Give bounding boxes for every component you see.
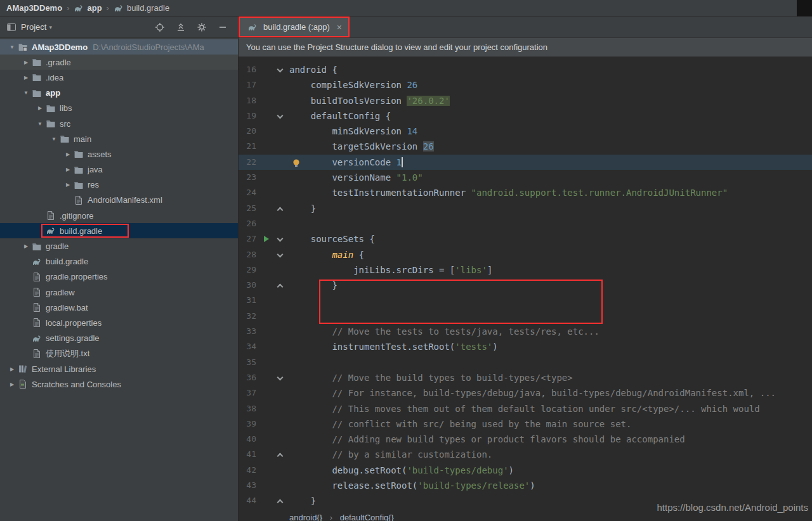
tree-item[interactable]: ▶gradle (0, 238, 238, 254)
tree-item-label[interactable]: gradlew.bat (46, 303, 88, 312)
code-line[interactable]: 28 main { (239, 247, 812, 262)
code-line[interactable]: 40 // Adding new build types or product … (239, 432, 812, 447)
gear-icon[interactable] (197, 22, 207, 32)
code-line[interactable]: 38 // This moves them out of them defaul… (239, 401, 812, 416)
chevron-expanded-icon[interactable]: ▼ (34, 121, 46, 127)
tree-item-label[interactable]: External Libraries (32, 364, 96, 374)
code-line[interactable]: 42 debug.setRoot('build-types/debug') (239, 463, 812, 478)
code-line[interactable]: 16android { (239, 62, 812, 77)
line-number[interactable]: 41 (239, 447, 256, 462)
line-number[interactable]: 27 (239, 231, 256, 247)
code-line[interactable]: 41 // by a similar customization. (239, 447, 812, 462)
editor-tab[interactable]: build.gradle (:app) × (239, 16, 350, 37)
tree-item-label[interactable]: AndroidManifest.xml (88, 195, 162, 205)
line-number[interactable]: 37 (239, 385, 256, 401)
chevron-collapsed-icon[interactable]: ▶ (20, 75, 32, 80)
fold-icon[interactable] (277, 284, 284, 290)
tree-item[interactable]: gradlew.bat (0, 300, 238, 315)
line-number[interactable]: 39 (239, 416, 256, 432)
tree-item-label[interactable]: .gitignore (60, 211, 93, 221)
tree-item[interactable]: settings.gradle (0, 331, 238, 346)
line-number[interactable]: 32 (239, 309, 256, 324)
tree-item[interactable]: 使用说明.txt (0, 346, 238, 361)
chevron-collapsed-icon[interactable]: ▶ (6, 382, 18, 387)
tree-item[interactable]: ▶assets (0, 146, 238, 162)
line-number[interactable]: 40 (239, 432, 256, 447)
chevron-expanded-icon[interactable]: ▼ (6, 44, 18, 50)
code-line[interactable]: 25 } (239, 201, 812, 216)
line-number[interactable]: 43 (239, 478, 256, 493)
line-number[interactable]: 28 (239, 247, 256, 262)
tree-item[interactable]: local.properties (0, 315, 238, 330)
tree-item[interactable]: build.gradle (0, 254, 238, 269)
code-line[interactable]: 18 buildToolsVersion '26.0.2' (239, 93, 812, 108)
tree-item-label[interactable]: .idea (46, 73, 63, 82)
tree-item-label[interactable]: assets (88, 150, 112, 159)
line-number[interactable]: 19 (239, 108, 256, 124)
code-line[interactable]: 33 // Move the tests to tests/java, test… (239, 324, 812, 339)
tree-item[interactable]: ▼app (0, 86, 238, 101)
chevron-expanded-icon[interactable]: ▼ (48, 136, 60, 142)
run-gutter-icon[interactable] (264, 236, 269, 242)
line-number[interactable]: 36 (239, 370, 256, 385)
breadcrumb-project[interactable]: AMap3DDemo (6, 3, 62, 13)
code-line[interactable]: 24 testInstrumentationRunner "android.su… (239, 185, 812, 200)
tree-item[interactable]: ▶Scratches and Consoles (0, 376, 238, 392)
tree-item[interactable]: gradle.properties (0, 269, 238, 285)
tree-item-label[interactable]: app (46, 88, 60, 98)
line-number[interactable]: 35 (239, 355, 256, 370)
code-line[interactable]: 21 targetSdkVersion 26 (239, 139, 812, 154)
line-number[interactable]: 29 (239, 262, 256, 278)
tree-item[interactable]: .gitignore (0, 208, 238, 223)
tree-item-label[interactable]: build.gradle (60, 226, 102, 236)
tree-item-label[interactable]: res (88, 180, 99, 190)
code-line[interactable]: 39 // conflict with src/ being used by t… (239, 416, 812, 432)
tree-item[interactable]: ▶libs (0, 101, 238, 116)
tree-item-label[interactable]: java (88, 165, 103, 174)
tree-item[interactable]: ▶.gradle (0, 55, 238, 70)
code-line[interactable]: 43 release.setRoot('build-types/release'… (239, 478, 812, 493)
fold-icon[interactable] (277, 499, 284, 506)
tree-item-label[interactable]: main (74, 134, 91, 144)
fold-icon[interactable] (277, 207, 284, 213)
line-number[interactable]: 26 (239, 216, 256, 231)
tree-item-label[interactable]: gradle (46, 241, 69, 251)
tree-item-label[interactable]: .gradle (46, 58, 71, 67)
breadcrumb-app[interactable]: app (87, 3, 102, 13)
line-number[interactable]: 18 (239, 93, 256, 108)
code-line[interactable]: 20 minSdkVersion 14 (239, 124, 812, 139)
tree-item[interactable]: ▶External Libraries (0, 361, 238, 376)
breadcrumb-android[interactable]: android{} (289, 513, 322, 521)
tree-item-label[interactable]: libs (60, 103, 72, 113)
tree-item[interactable]: ▼main (0, 131, 238, 146)
tree-item[interactable]: ▶.idea (0, 70, 238, 85)
code-line[interactable]: 36 // Move the build types to build-type… (239, 370, 812, 385)
line-number[interactable]: 25 (239, 201, 256, 216)
line-number[interactable]: 24 (239, 185, 256, 200)
tree-item-label[interactable]: local.properties (46, 318, 102, 328)
chevron-collapsed-icon[interactable]: ▶ (62, 167, 74, 172)
code-line[interactable]: 37 // For instance, build-types/debug/ja… (239, 385, 812, 401)
line-number[interactable]: 31 (239, 293, 256, 308)
line-number[interactable]: 23 (239, 170, 256, 185)
code-line[interactable]: 35 (239, 355, 812, 370)
fold-icon[interactable] (277, 236, 284, 242)
tree-item[interactable]: gradlew (0, 285, 238, 300)
breadcrumb-defaultconfig[interactable]: defaultConfig{} (340, 513, 394, 521)
chevron-down-icon[interactable]: ▾ (49, 24, 52, 30)
hide-panel-icon[interactable] (218, 22, 228, 32)
chevron-collapsed-icon[interactable]: ▶ (20, 243, 32, 249)
line-number[interactable]: 38 (239, 401, 256, 416)
fold-icon[interactable] (277, 251, 284, 257)
line-number[interactable]: 20 (239, 124, 256, 139)
close-icon[interactable]: × (337, 22, 342, 32)
line-number[interactable]: 30 (239, 278, 256, 293)
tree-item-label[interactable]: settings.gradle (46, 333, 100, 343)
code-line[interactable]: 34 instrumentTest.setRoot('tests') (239, 339, 812, 354)
line-number[interactable]: 42 (239, 463, 256, 478)
tree-item-label[interactable]: 使用说明.txt (46, 348, 89, 359)
tree-item-label[interactable]: gradlew (46, 288, 75, 297)
tree-item[interactable]: ▼src (0, 116, 238, 131)
chevron-collapsed-icon[interactable]: ▶ (6, 366, 18, 372)
tree-item-label[interactable]: build.gradle (46, 257, 88, 266)
